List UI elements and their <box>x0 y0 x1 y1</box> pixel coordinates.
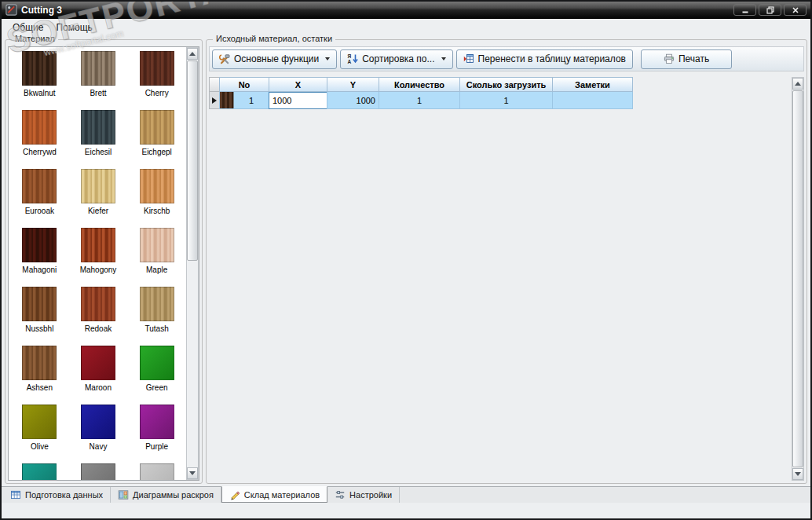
cell-quantity[interactable]: 1 <box>379 92 460 109</box>
material-label: Brett <box>90 89 106 97</box>
column-header[interactable]: Количество <box>379 77 460 92</box>
material-item[interactable] <box>10 461 69 480</box>
materials-scrollbar[interactable] <box>186 47 199 480</box>
column-header[interactable]: X <box>269 77 327 92</box>
tab-label: Склад материалов <box>244 490 320 500</box>
material-item[interactable]: Maple <box>127 225 186 284</box>
material-label: Redoak <box>85 324 112 333</box>
cell-load[interactable]: 1 <box>459 92 553 109</box>
material-item[interactable]: Purple <box>127 402 186 461</box>
material-item[interactable]: Kiefer <box>69 167 128 225</box>
bottom-tabbar: Подготовка данныхДиаграммы раскрояСклад … <box>2 486 810 503</box>
table-row[interactable]: 11000100011 <box>209 92 633 109</box>
cell-y[interactable]: 1000 <box>327 92 379 109</box>
stock-scrollbar[interactable] <box>792 77 804 481</box>
material-label: Tutash <box>145 324 169 333</box>
column-header[interactable]: No <box>219 77 269 92</box>
restore-button[interactable] <box>759 4 781 16</box>
material-item[interactable]: Nussbhl <box>10 284 69 343</box>
row-indicator-header <box>209 77 220 92</box>
material-item[interactable]: Mahogony <box>69 225 128 284</box>
column-header[interactable]: Y <box>327 77 379 92</box>
material-label: Cherry <box>145 89 169 97</box>
material-swatch <box>140 110 174 145</box>
material-label: Eurooak <box>25 207 54 215</box>
material-item[interactable] <box>127 461 186 480</box>
material-item[interactable]: Navy <box>69 402 128 461</box>
material-swatch <box>81 405 115 439</box>
material-item[interactable]: Ashsen <box>10 343 69 402</box>
material-swatch <box>140 287 174 321</box>
tab-settings[interactable]: Настройки <box>327 487 400 503</box>
close-button[interactable] <box>784 4 807 16</box>
arrow-up-icon <box>795 82 801 86</box>
materials-grid: BkwalnutBrettCherryCherrywdEichesilEichg… <box>10 49 186 480</box>
scrollbar-thumb[interactable] <box>187 60 198 261</box>
material-label: Purple <box>145 442 168 451</box>
material-item[interactable]: Redoak <box>69 284 128 343</box>
dropdown-caret-icon <box>325 57 330 60</box>
material-item[interactable]: Cherry <box>127 49 186 108</box>
material-item[interactable]: Mahagoni <box>10 225 69 284</box>
materials-panel: Материал BkwalnutBrettCherryCherrywdEich… <box>5 39 203 484</box>
button-label: Перенести в таблицу материалов <box>478 53 626 64</box>
sort-by-button[interactable]: ЯАСортировка по... <box>340 49 452 69</box>
main-functions-button[interactable]: Основные функции <box>212 49 337 69</box>
minimize-button[interactable] <box>733 4 756 16</box>
material-label: Maroon <box>85 383 112 392</box>
window-controls <box>733 4 807 16</box>
scroll-down-button[interactable] <box>792 468 803 480</box>
tab-materials-warehouse[interactable]: Склад материалов <box>221 486 327 503</box>
material-label: Green <box>146 383 168 392</box>
app-icon[interactable] <box>5 4 17 16</box>
material-item[interactable]: Cherrywd <box>10 108 69 167</box>
material-item[interactable]: Maroon <box>69 343 128 402</box>
menu-help[interactable]: Помощь <box>49 20 98 35</box>
menu-general[interactable]: Общие <box>6 20 49 35</box>
tab-cutting-diagrams[interactable]: Диаграммы раскроя <box>111 487 221 503</box>
stock-toolbar: Основные функцииЯАСортировка по...Перене… <box>209 46 804 71</box>
scroll-up-button[interactable] <box>792 78 803 90</box>
material-swatch <box>81 228 115 262</box>
column-header[interactable]: Сколько загрузить <box>459 77 553 92</box>
material-swatch <box>140 405 174 439</box>
material-item[interactable]: Eurooak <box>10 167 69 225</box>
material-item[interactable]: Tutash <box>127 284 186 343</box>
material-swatch <box>140 169 174 203</box>
material-item[interactable]: Green <box>127 343 186 402</box>
scroll-up-button[interactable] <box>187 48 198 60</box>
material-label: Maple <box>146 265 167 274</box>
scroll-down-button[interactable] <box>187 467 198 479</box>
material-swatch <box>22 169 57 203</box>
tools-icon <box>219 53 230 64</box>
print-button[interactable]: Печать <box>641 49 732 69</box>
material-label: Eichgepl <box>141 148 171 156</box>
cell-notes[interactable] <box>552 92 633 109</box>
material-item[interactable]: Brett <box>69 49 128 108</box>
current-row-indicator <box>209 92 220 109</box>
material-item[interactable]: Eichesil <box>69 108 128 167</box>
data-prep-icon <box>10 489 21 500</box>
transfer-to-materials-button[interactable]: Перенести в таблицу материалов <box>456 49 633 69</box>
material-item[interactable]: Eichgepl <box>127 108 186 167</box>
materials-list: BkwalnutBrettCherryCherrywdEichesilEichg… <box>8 46 199 481</box>
material-label: Cherrywd <box>23 148 57 156</box>
cell-x-editor[interactable]: 1000 <box>269 92 327 109</box>
material-item[interactable]: Kirschb <box>127 167 186 225</box>
column-header[interactable]: Заметки <box>552 77 633 92</box>
printer-icon <box>664 53 675 64</box>
material-swatch <box>81 51 115 86</box>
tab-label: Настройки <box>349 490 392 500</box>
material-item[interactable] <box>69 461 128 480</box>
scrollbar-thumb[interactable] <box>792 90 803 467</box>
material-swatch <box>22 228 57 262</box>
material-swatch <box>140 463 174 480</box>
titlebar[interactable]: Cutting 3 <box>2 2 810 19</box>
material-swatch <box>22 346 57 380</box>
tab-data-preparation[interactable]: Подготовка данных <box>3 487 111 503</box>
material-swatch <box>140 228 174 262</box>
cell-no[interactable]: 1 <box>219 92 269 109</box>
material-item[interactable]: Olive <box>10 402 69 461</box>
window-title: Cutting 3 <box>21 5 62 16</box>
material-item[interactable]: Bkwalnut <box>10 49 69 108</box>
